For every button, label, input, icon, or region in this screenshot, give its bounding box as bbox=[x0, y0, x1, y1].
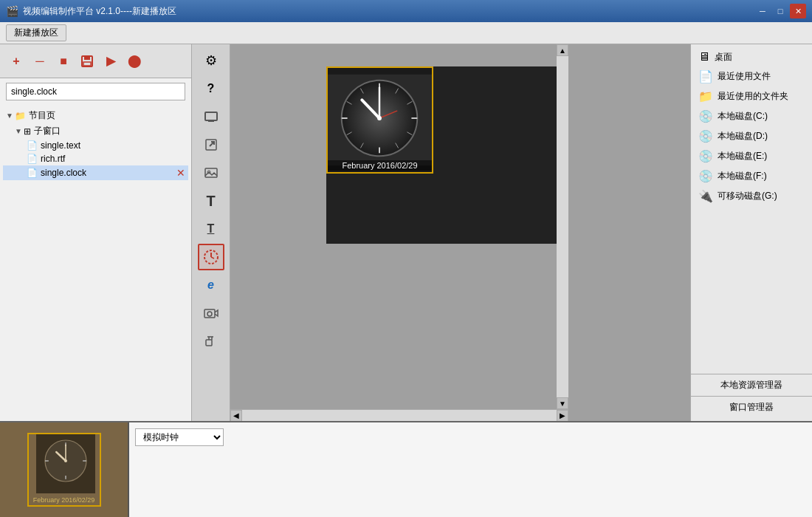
remove-button[interactable]: ─ bbox=[30, 51, 50, 72]
app-icon: 🎬 bbox=[6, 5, 18, 17]
right-item-disk-e[interactable]: 💿 本地磁盘(E:) bbox=[691, 146, 812, 166]
list-item[interactable]: 📄 single.text bbox=[3, 139, 188, 152]
minimize-button[interactable]: ─ bbox=[754, 4, 771, 18]
search-input[interactable] bbox=[6, 83, 185, 100]
right-item-disk-d[interactable]: 💿 本地磁盘(D:) bbox=[691, 126, 812, 146]
disk-d-label: 本地磁盘(D:) bbox=[718, 130, 768, 143]
delete-icon[interactable]: ✕ bbox=[176, 167, 185, 179]
bottom-controls: 模拟时钟 数字时钟 bbox=[129, 422, 812, 517]
disk-g-label: 可移动磁盘(G:) bbox=[718, 190, 777, 202]
list-item[interactable]: 📄 rich.rtf bbox=[3, 152, 188, 165]
help-button[interactable]: ? bbox=[198, 75, 224, 102]
recent-folders-label: 最近使用的文件夹 bbox=[718, 90, 788, 103]
window-icon: ⊞ bbox=[24, 126, 31, 137]
svg-point-45 bbox=[64, 459, 67, 462]
scroll-right-button[interactable]: ▶ bbox=[557, 410, 568, 422]
maximize-button[interactable]: □ bbox=[772, 4, 788, 18]
svg-rect-3 bbox=[205, 112, 217, 120]
clock-widget[interactable]: February 2016/02/29 bbox=[326, 66, 433, 174]
titlebar: 🎬 视频编辑制作平台 v2.1.0----新建播放区 ─ □ ✕ bbox=[0, 0, 812, 22]
canvas-area[interactable]: ▲ ▼ bbox=[230, 44, 690, 421]
recent-folders-icon: 📁 bbox=[698, 89, 713, 103]
right-item-disk-c[interactable]: 💿 本地磁盘(C:) bbox=[691, 106, 812, 126]
clock-button[interactable] bbox=[198, 244, 224, 270]
right-item-recent-folders[interactable]: 📁 最近使用的文件夹 bbox=[691, 86, 812, 106]
text2-button[interactable]: T bbox=[198, 216, 224, 242]
local-resource-button[interactable]: 本地资源管理器 bbox=[691, 374, 812, 396]
add-button[interactable]: + bbox=[6, 51, 27, 72]
web-button[interactable]: e bbox=[198, 272, 224, 298]
clock-date-label: February 2016/02/29 bbox=[328, 160, 432, 171]
close-button[interactable]: ✕ bbox=[790, 4, 806, 18]
canvas-content: February 2016/02/29 bbox=[326, 66, 562, 244]
camera-button[interactable] bbox=[198, 300, 224, 326]
file-icon: 📄 bbox=[27, 168, 38, 178]
plugin-button[interactable] bbox=[198, 328, 224, 355]
tree-root[interactable]: ▼ 📁 节目页 bbox=[3, 108, 188, 123]
scroll-down-button[interactable]: ▼ bbox=[557, 397, 568, 409]
right-item-disk-f[interactable]: 💿 本地磁盘(F:) bbox=[691, 166, 812, 186]
clock-type-row: 模拟时钟 数字时钟 bbox=[135, 428, 806, 446]
screen-button[interactable] bbox=[198, 103, 224, 130]
svg-point-36 bbox=[377, 116, 382, 120]
file-icon: 📄 bbox=[27, 154, 38, 164]
save-button[interactable] bbox=[77, 51, 97, 72]
preview-clock: February 2016/02/29 bbox=[27, 433, 101, 507]
disk-c-label: 本地磁盘(C:) bbox=[718, 110, 768, 123]
image-button[interactable] bbox=[198, 160, 224, 186]
desktop-icon: 🖥 bbox=[698, 50, 710, 64]
file-icon: 📄 bbox=[27, 140, 38, 151]
child-window-label: 子窗口 bbox=[34, 125, 185, 137]
svg-rect-14 bbox=[206, 340, 212, 346]
disk-c-icon: 💿 bbox=[698, 109, 713, 123]
left-panel: + ─ ■ ▶ ⬤ ▼ 📁 节目页 bbox=[0, 44, 192, 421]
titlebar-title: 视频编辑制作平台 v2.1.0----新建播放区 bbox=[23, 5, 176, 18]
scroll-track[interactable] bbox=[557, 56, 568, 397]
disk-d-icon: 💿 bbox=[698, 129, 713, 143]
root-label: 节目页 bbox=[29, 109, 185, 122]
file-label: rich.rtf bbox=[41, 154, 185, 164]
search-box bbox=[6, 83, 185, 100]
play-button[interactable]: ▶ bbox=[100, 51, 121, 72]
svg-line-11 bbox=[211, 257, 214, 258]
list-item-selected[interactable]: 📄 single.clock ✕ bbox=[3, 165, 188, 180]
preview-date-label: February 2016/02/29 bbox=[29, 496, 100, 504]
file-tree: ▼ 📁 节目页 ▼ ⊞ 子窗口 📄 single.text 📄 ric bbox=[0, 105, 191, 421]
disk-e-label: 本地磁盘(E:) bbox=[718, 150, 767, 162]
new-play-area-label[interactable]: 新建播放区 bbox=[6, 24, 66, 41]
scroll-up-button[interactable]: ▲ bbox=[557, 44, 568, 56]
text-button[interactable]: T bbox=[198, 188, 224, 214]
clock-type-select[interactable]: 模拟时钟 数字时钟 bbox=[135, 428, 224, 446]
titlebar-left: 🎬 视频编辑制作平台 v2.1.0----新建播放区 bbox=[6, 5, 176, 18]
folder-icon: 📁 bbox=[15, 111, 26, 121]
recent-files-label: 最近使用文件 bbox=[718, 70, 771, 83]
scroll-track-h[interactable] bbox=[242, 410, 557, 421]
collapse-arrow: ▼ bbox=[6, 112, 13, 120]
desktop-label: 桌面 bbox=[715, 51, 732, 64]
recent-files-icon: 📄 bbox=[698, 69, 713, 83]
disk-g-icon: 🔌 bbox=[698, 189, 713, 203]
file-label: single.text bbox=[41, 140, 185, 151]
settings-button[interactable]: ⚙ bbox=[198, 47, 224, 74]
tree-child-window[interactable]: ▼ ⊞ 子窗口 bbox=[3, 123, 188, 139]
disk-e-icon: 💿 bbox=[698, 149, 713, 163]
svg-point-13 bbox=[207, 312, 212, 316]
svg-rect-2 bbox=[83, 62, 91, 66]
scroll-left-button[interactable]: ◀ bbox=[230, 410, 242, 422]
titlebar-buttons: ─ □ ✕ bbox=[754, 4, 806, 18]
collapse-arrow-child: ▼ bbox=[15, 127, 22, 135]
disk-f-label: 本地磁盘(F:) bbox=[718, 170, 767, 182]
right-item-recent-files[interactable]: 📄 最近使用文件 bbox=[691, 66, 812, 86]
right-item-desktop[interactable]: 🖥 桌面 bbox=[691, 47, 812, 66]
svg-rect-1 bbox=[84, 56, 90, 60]
window-manager-button[interactable]: 窗口管理器 bbox=[691, 396, 812, 418]
export-button[interactable] bbox=[198, 131, 224, 158]
bottom-panel: February 2016/02/29 模拟时钟 数字时钟 bbox=[0, 421, 812, 517]
mid-toolbar: ⚙ ? T T e bbox=[192, 44, 230, 421]
main-wrapper: 新建播放区 + ─ ■ ▶ ⬤ bbox=[0, 22, 812, 517]
record-button[interactable]: ⬤ bbox=[124, 51, 145, 72]
right-item-disk-g[interactable]: 🔌 可移动磁盘(G:) bbox=[691, 186, 812, 206]
copy-button[interactable]: ■ bbox=[53, 51, 74, 72]
disk-f-icon: 💿 bbox=[698, 169, 713, 183]
bottom-preview: February 2016/02/29 bbox=[0, 422, 129, 517]
